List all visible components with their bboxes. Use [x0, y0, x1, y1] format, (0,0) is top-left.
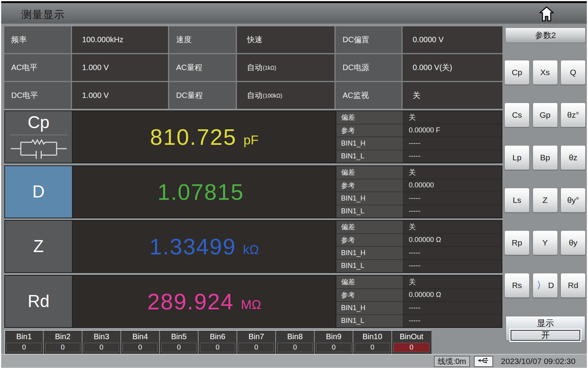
- param-button-row: Cs Gp θz°: [504, 103, 586, 127]
- bin-count: 0: [161, 343, 197, 352]
- param-button-label: D: [548, 281, 554, 290]
- measurement-param-label: Z: [33, 237, 44, 255]
- measurement-param-cell-z[interactable]: Z: [5, 221, 72, 272]
- param-button-row: Rs 〉 D Rd: [504, 273, 586, 298]
- param-value-frequency[interactable]: 100.000kHz: [72, 26, 168, 53]
- measurement-unit: MΩ: [241, 291, 261, 312]
- detail-value: -----: [403, 260, 502, 273]
- detail-value: 关: [403, 276, 502, 288]
- measurement-param-cell-cp[interactable]: Cp: [5, 111, 72, 163]
- bin-column: Bin40: [121, 331, 160, 354]
- param-button-rs[interactable]: Rs: [504, 273, 530, 298]
- param-value-dc-range[interactable]: 自动(100kΩ): [237, 82, 334, 109]
- param-button-z[interactable]: Z: [533, 188, 558, 213]
- param-value-dc-source[interactable]: 0.000 V(关): [403, 54, 502, 81]
- home-button[interactable]: [538, 5, 555, 24]
- param-button-theta-y[interactable]: θy: [561, 230, 586, 255]
- param-button-rd[interactable]: Rd: [561, 273, 586, 298]
- measurement-details: 偏差关 参考0.00000 Ω BIN1_H----- BIN1_L-----: [336, 221, 502, 272]
- measurement-value-area: 810.725 pF: [73, 111, 336, 163]
- detail-label: BIN1_H: [336, 137, 403, 150]
- bin-count: 0: [316, 343, 351, 352]
- usb-icon: [477, 357, 490, 366]
- detail-value: 0.00000 F: [403, 124, 502, 137]
- measurement-row-d: D 1.07815 偏差关 参考0.00000 BIN1_H----- BIN1…: [4, 165, 502, 218]
- detail-label: 参考: [336, 234, 403, 247]
- measurement-details: 偏差关 参考0.00000 F BIN1_H----- BIN1_L-----: [336, 111, 502, 163]
- detail-value: -----: [403, 150, 502, 163]
- param-button-theta-z[interactable]: θz: [561, 145, 586, 170]
- measurement-param-cell-rd[interactable]: Rd: [5, 276, 72, 327]
- param-button-xs[interactable]: Xs: [533, 60, 558, 85]
- param-button-rp[interactable]: Rp: [504, 230, 530, 255]
- param-button-theta-y-deg[interactable]: θy°: [561, 188, 586, 213]
- param-value-ac-range[interactable]: 自动(1kΩ): [237, 54, 334, 81]
- param-value-speed[interactable]: 快速: [237, 26, 334, 53]
- param-value-dc-bias[interactable]: 0.0000 V: [403, 26, 502, 53]
- measurement-value-area: 1.33499 kΩ: [73, 221, 336, 272]
- bin-header: Bin5: [160, 331, 198, 342]
- param-button-ls[interactable]: Ls: [504, 188, 530, 213]
- bin-header: Bin6: [199, 331, 237, 342]
- param-button-y[interactable]: Y: [533, 230, 558, 255]
- measurement-details: 偏差关 参考0.00000 BIN1_H----- BIN1_L-----: [336, 166, 502, 218]
- param-button-d-selected[interactable]: 〉 D: [533, 273, 558, 298]
- bin-count: 0: [6, 343, 42, 352]
- parameter-sidebar: 参数2 Cp Xs Q Cs Gp θz° Lp Bp θz Ls Z θy° …: [504, 26, 586, 357]
- detail-value: -----: [403, 137, 502, 150]
- lcr-meter-screen: 测量显示 频率 100.000kHz 速度 快速 DC偏置 0.0000 V A…: [0, 0, 588, 369]
- detail-value: 关: [403, 111, 502, 124]
- display-toggle-button[interactable]: 显示 开: [506, 316, 585, 341]
- measurement-param-label: Cp: [27, 113, 49, 131]
- param-value-ac-level[interactable]: 1.000 V: [72, 54, 168, 81]
- param-label-dc-range: DC量程: [169, 82, 236, 109]
- detail-value: -----: [403, 205, 502, 218]
- param-button-cs[interactable]: Cs: [504, 103, 530, 127]
- bin-column: Bin30: [82, 331, 121, 354]
- bin-header: Bin7: [237, 331, 275, 342]
- param-button-gp[interactable]: Gp: [533, 103, 558, 127]
- bin-count: 0: [200, 343, 235, 352]
- bin-count-binout: 0: [393, 343, 430, 352]
- measurement-row-z: Z 1.33499 kΩ 偏差关 参考0.00000 Ω BIN1_H-----…: [4, 220, 502, 273]
- measurement-unit: kΩ: [243, 236, 259, 257]
- detail-label: 参考: [336, 179, 403, 192]
- param-button-theta-z-deg[interactable]: θz°: [561, 103, 586, 127]
- param-label-dc-source: DC电源: [336, 54, 401, 81]
- param-button-bp[interactable]: Bp: [533, 145, 558, 170]
- detail-label: BIN1_L: [336, 315, 403, 328]
- usb-status-box: [474, 356, 493, 367]
- detail-label: BIN1_H: [336, 192, 403, 205]
- cable-length-indicator: 线缆:0m: [434, 356, 470, 367]
- bin-count: 0: [355, 343, 390, 352]
- detail-label: BIN1_L: [336, 205, 403, 218]
- param-button-q[interactable]: Q: [561, 60, 586, 85]
- display-state-box: 开: [511, 330, 580, 341]
- bin-header: Bin8: [276, 331, 314, 342]
- datetime-display: 2023/10/07 09:02:30: [501, 357, 583, 366]
- bin-count: 0: [238, 343, 274, 352]
- measurement-row-cp: Cp 810.725 pF 偏差关 参考0.00000 F B: [4, 110, 502, 163]
- measurement-unit: pF: [243, 127, 259, 148]
- detail-label: BIN1_L: [336, 150, 403, 163]
- display-state-value: 开: [541, 330, 550, 341]
- bin-counter-bar: Bin10 Bin20 Bin30 Bin40 Bin50 Bin60 Bin7…: [4, 330, 432, 354]
- measurement-param-label: Rd: [27, 292, 49, 310]
- param-value-ac-monitor[interactable]: 关: [403, 82, 502, 109]
- detail-label: 参考: [336, 124, 403, 137]
- detail-label: BIN1_H: [336, 302, 403, 314]
- bin-header: Bin9: [315, 331, 353, 342]
- measurement-param-label: D: [33, 183, 45, 201]
- param-label-frequency: 频率: [4, 26, 71, 53]
- param-button-row: Ls Z θy°: [504, 188, 586, 213]
- param-value-dc-level[interactable]: 1.000 V: [72, 82, 168, 109]
- detail-value: 关: [403, 221, 502, 233]
- bin-column: Bin70: [237, 331, 276, 354]
- bin-column: Bin100: [353, 331, 392, 354]
- bin-column-binout: BinOut0: [392, 331, 431, 354]
- param-button-lp[interactable]: Lp: [504, 145, 530, 170]
- param-button-cp[interactable]: Cp: [504, 60, 530, 85]
- detail-value: 0.00000 Ω: [403, 234, 502, 247]
- selected-marker-icon: 〉: [537, 279, 544, 292]
- measurement-param-cell-d[interactable]: D: [5, 166, 72, 218]
